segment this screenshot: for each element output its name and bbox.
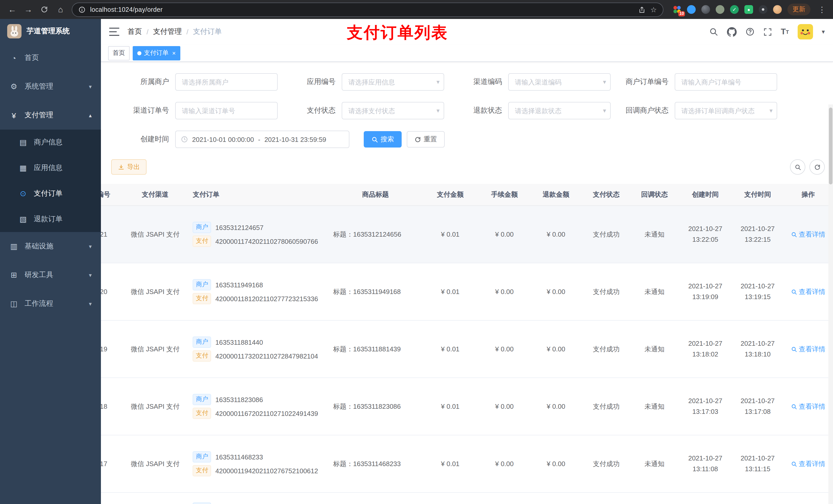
table-row: 18 微信 JSAPI 支付 商户1635311823086 支付4200001…	[101, 378, 833, 435]
pay-status-select[interactable]	[342, 102, 444, 119]
browser-menu-icon[interactable]: ⋮	[816, 5, 828, 14]
view-detail-link[interactable]: 查看详情	[791, 287, 825, 296]
merchant-tag: 商户	[193, 279, 211, 290]
channel-pay-no: 4200001167202110271022491439	[215, 409, 318, 417]
filter-label-refund-status: 退款状态	[444, 106, 508, 115]
table-row-partial: 商户1635311151786	[101, 493, 833, 504]
share-icon[interactable]	[639, 6, 646, 13]
extension-colorful-icon[interactable]: 10	[673, 5, 681, 14]
filter-label-channel-order-no: 渠道订单号	[111, 106, 175, 115]
sidebar-item-merchant-info[interactable]: ▤ 商户信息	[0, 129, 101, 155]
merchant-tag: 商户	[193, 502, 211, 504]
table-row: 21 微信 JSAPI 支付 商户1635312124657 支付4200001…	[101, 206, 833, 263]
sidebar-item-pay-order[interactable]: ⊙ 支付订单	[0, 181, 101, 207]
view-detail-link[interactable]: 查看详情	[791, 230, 825, 239]
sidebar-item-dev-tools[interactable]: ⊞ 研发工具 ▾	[0, 261, 101, 289]
refresh-icon	[814, 164, 820, 170]
sidebar-item-workflow[interactable]: ◫ 工作流程 ▾	[0, 289, 101, 318]
browser-update-button[interactable]: 更新	[787, 4, 810, 15]
browser-refresh-icon[interactable]	[38, 2, 51, 17]
sidebar-item-system[interactable]: ⚙ 系统管理 ▾	[0, 72, 101, 101]
status-text: 支付成功	[593, 230, 620, 238]
view-detail-link[interactable]: 查看详情	[791, 344, 825, 354]
view-detail-link[interactable]: 查看详情	[791, 402, 825, 411]
browser-home-icon[interactable]: ⌂	[53, 2, 68, 17]
view-detail-link[interactable]: 查看详情	[791, 459, 825, 469]
app-header: 首页 / 支付管理 / 支付订单 支付订单列表	[101, 19, 833, 45]
active-dot	[137, 51, 141, 55]
export-button[interactable]: 导出	[111, 159, 146, 175]
channel-order-no-input[interactable]	[175, 102, 278, 119]
start-date-value: 2021-10-01 00:00:00	[192, 136, 254, 143]
filter-label-pay-status: 支付状态	[278, 106, 342, 115]
refresh-table-button[interactable]	[809, 159, 825, 175]
extension-drop-icon[interactable]	[687, 5, 696, 14]
download-icon	[118, 164, 124, 170]
address-bar[interactable]: localhost:1024/pay/order ☆	[72, 2, 663, 17]
tab-close-icon[interactable]: ×	[172, 50, 176, 56]
orders-table-viewport: 编号 支付渠道 支付订单 商品标题 支付金额 手续金额 退款金额 支付状态 回调…	[101, 184, 833, 504]
merchant-tag: 商户	[193, 222, 211, 233]
user-avatar[interactable]	[798, 24, 813, 40]
fullscreen-icon[interactable]	[763, 27, 772, 36]
github-icon[interactable]	[727, 27, 737, 37]
extension-check-icon[interactable]: ✓	[730, 5, 739, 14]
table-toolbar: 导出	[101, 159, 833, 175]
refund-status-select[interactable]	[508, 102, 611, 119]
pay-tag: 支付	[193, 236, 211, 247]
app-select[interactable]	[342, 73, 444, 91]
table-row: 19 微信 JSAPI 支付 商户1635311881440 支付4200001…	[101, 320, 833, 378]
sidebar-item-home[interactable]: ◔ 首页	[0, 44, 101, 72]
filter-label-merchant: 所属商户	[111, 77, 175, 87]
status-text: 支付成功	[593, 345, 620, 353]
merchant-order-no-input[interactable]	[675, 73, 777, 91]
extension-pin-icon[interactable]	[759, 5, 767, 14]
tab-pay-order[interactable]: 支付订单 ×	[133, 46, 180, 60]
browser-forward-icon[interactable]: →	[21, 2, 35, 17]
refund-order-icon: ▧	[19, 215, 28, 224]
breadcrumb-section[interactable]: 支付管理	[153, 27, 182, 37]
notify-text: 未通知	[644, 288, 664, 295]
search-icon[interactable]	[709, 27, 718, 37]
avatar-caret-icon[interactable]: ▾	[822, 28, 825, 35]
breadcrumb-home[interactable]: 首页	[127, 27, 142, 37]
hamburger-icon[interactable]	[109, 28, 119, 36]
sidebar-item-payment[interactable]: ¥ 支付管理 ▴	[0, 101, 101, 129]
merchant-tag: 商户	[193, 337, 211, 348]
chevron-down-icon: ▾	[89, 83, 92, 90]
scrollbar[interactable]	[828, 104, 833, 504]
help-icon[interactable]	[745, 27, 755, 37]
sidebar-item-infrastructure[interactable]: ▥ 基础设施 ▾	[0, 232, 101, 261]
extension-sphere-icon[interactable]	[701, 5, 710, 14]
col-fee: 手续金额	[478, 184, 530, 206]
col-notify: 回调状态	[630, 184, 678, 206]
sidebar-item-refund-order[interactable]: ▧ 退款订单	[0, 207, 101, 232]
channel-code-select[interactable]	[508, 73, 611, 91]
channel-pay-no: 4200001194202110276752100612	[215, 467, 318, 475]
bookmark-star-icon[interactable]: ☆	[650, 5, 657, 14]
merchant-input[interactable]	[175, 73, 278, 91]
tab-home[interactable]: 首页	[108, 46, 129, 60]
merchant-order-no: 1635311823086	[215, 396, 263, 403]
search-icon	[794, 164, 801, 170]
browser-back-icon[interactable]: ←	[5, 2, 19, 17]
extension-olive-icon[interactable]	[716, 5, 724, 14]
search-button[interactable]: 搜索	[364, 131, 402, 147]
scrollbar-thumb[interactable]	[829, 107, 832, 184]
channel-pay-no: 4200001181202110277723215336	[215, 295, 318, 303]
sidebar-logo[interactable]: 芋道管理系统	[0, 19, 101, 44]
reset-button[interactable]: 重置	[407, 131, 445, 147]
font-size-icon[interactable]: TT	[781, 27, 789, 37]
chevron-down-icon: ▾	[89, 243, 92, 250]
sidebar-item-app-info[interactable]: ▦ 应用信息	[0, 155, 101, 181]
site-info-icon[interactable]	[78, 6, 86, 13]
extension-chat-icon[interactable]: ●	[744, 5, 753, 14]
create-time-range-picker[interactable]: 2021-10-01 00:00:00 - 2021-10-31 23:59:5…	[175, 130, 349, 148]
browser-profile-avatar[interactable]	[773, 5, 782, 14]
col-status: 支付状态	[582, 184, 630, 206]
channel-pay-no: 4200001173202110272847982104	[215, 352, 318, 360]
callback-status-select[interactable]	[675, 102, 777, 119]
notify-text: 未通知	[644, 402, 664, 410]
toggle-search-button[interactable]	[790, 159, 805, 175]
col-paid: 支付时间	[732, 184, 783, 206]
